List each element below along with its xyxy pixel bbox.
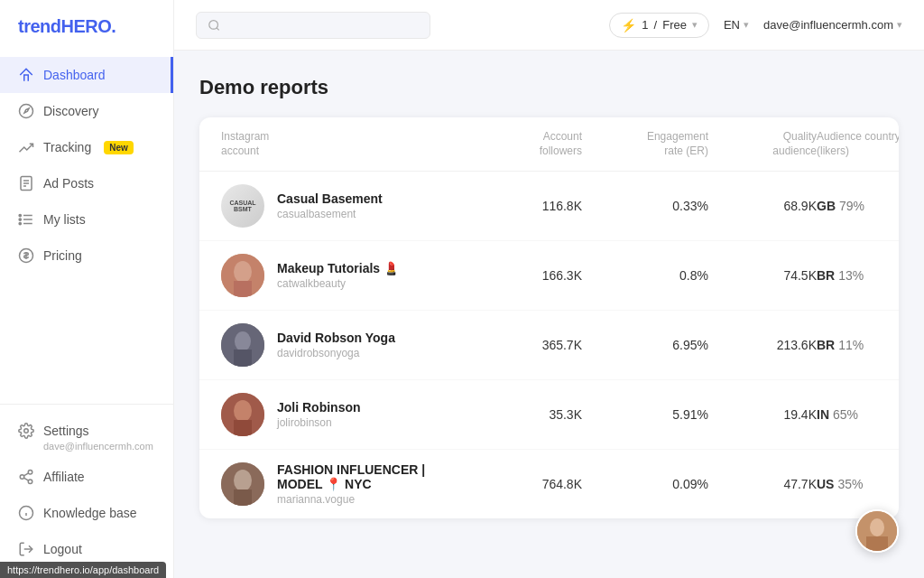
avatar-image	[857, 511, 897, 551]
language-selector[interactable]: EN ▾	[724, 18, 749, 32]
topbar-right: ⚡ 1 / Free ▾ EN ▾ dave@influencermh.com …	[609, 13, 902, 38]
sidebar-label-ad-posts: Ad Posts	[43, 176, 94, 191]
svg-point-26	[234, 261, 252, 283]
sidebar-bottom: Settings dave@influencermh.com Affiliate…	[0, 404, 173, 578]
sidebar-item-pricing[interactable]: Pricing	[0, 238, 173, 274]
country-code: US	[817, 477, 834, 491]
country-code: BR	[817, 268, 835, 283]
avatar	[221, 323, 264, 367]
sidebar-item-discovery[interactable]: Discovery	[0, 93, 173, 129]
svg-point-9	[19, 219, 21, 220]
lang-chevron-icon: ▾	[744, 19, 749, 31]
avatar: CASUALBSMT	[221, 184, 264, 228]
sidebar-item-ad-posts[interactable]: Ad Posts	[0, 165, 173, 201]
avatar	[221, 254, 264, 297]
account-name: Joli Robinson	[277, 400, 361, 415]
sidebar-label-pricing: Pricing	[43, 248, 82, 263]
account-name: Casual Basement	[277, 191, 383, 206]
engagement-value: 0.09%	[582, 477, 708, 491]
sidebar-item-dashboard[interactable]: Dashboard	[0, 57, 173, 93]
country-cell: US 35%	[817, 477, 899, 491]
main-content: ⚡ 1 / Free ▾ EN ▾ dave@influencermh.com …	[174, 0, 924, 578]
svg-point-10	[19, 222, 21, 224]
svg-line-17	[23, 478, 28, 480]
sidebar-label-tracking: Tracking	[43, 140, 91, 154]
account-cell-joli-robinson[interactable]: Joli Robinson jolirobinson	[221, 393, 474, 436]
svg-point-23	[209, 20, 218, 29]
followers-value: 166.3K	[474, 268, 582, 283]
th-followers: Accountfollowers	[474, 130, 582, 158]
logout-icon	[18, 541, 34, 557]
sidebar-item-settings[interactable]: Settings dave@influencermh.com	[0, 415, 173, 459]
svg-rect-39	[866, 536, 888, 551]
account-cell-makeup-tutorials[interactable]: Makeup Tutorials 💄 catwalkbeauty	[221, 254, 474, 297]
followers-value: 35.3K	[474, 407, 582, 422]
search-input[interactable]	[227, 18, 419, 33]
svg-line-18	[23, 473, 28, 476]
floating-user-avatar[interactable]	[855, 509, 899, 553]
account-name: Makeup Tutorials 💄	[277, 261, 399, 275]
account-cell-david-robson[interactable]: David Robson Yoga davidrobsonyoga	[221, 323, 474, 367]
account-cell-casual-basement[interactable]: CASUALBSMT Casual Basement casualbasemen…	[221, 184, 474, 228]
settings-label: Settings	[43, 424, 89, 438]
share-icon	[18, 469, 34, 485]
sidebar-label-my-lists: My lists	[43, 212, 86, 227]
settings-email: dave@influencermh.com	[18, 441, 155, 452]
user-chevron-icon: ▾	[897, 19, 902, 31]
account-handle: marianna.vogue	[277, 493, 474, 506]
country-cell: GB 79%	[817, 199, 899, 213]
sidebar-item-my-lists[interactable]: My lists	[0, 201, 173, 238]
svg-rect-33	[234, 420, 252, 436]
country-pct: 79%	[839, 199, 864, 213]
engagement-value: 0.33%	[582, 199, 708, 213]
svg-point-13	[24, 429, 29, 434]
svg-point-15	[20, 475, 24, 480]
engagement-value: 6.95%	[582, 338, 708, 352]
table-row: Makeup Tutorials 💄 catwalkbeauty 166.3K …	[199, 241, 899, 311]
compass-icon	[18, 103, 34, 119]
account-handle: catwalkbeauty	[277, 277, 399, 290]
svg-line-24	[217, 27, 219, 30]
lightning-icon: ⚡	[621, 18, 636, 33]
avatar-image	[221, 462, 264, 506]
avatar	[221, 393, 264, 436]
url-bar: https://trendhero.io/app/dashboard	[0, 562, 166, 578]
th-country: Audience country(likers)	[817, 130, 899, 158]
sidebar-label-knowledge-base: Knowledge base	[43, 506, 137, 520]
sidebar-item-affiliate[interactable]: Affiliate	[0, 459, 173, 495]
account-cell-fashion-influencer[interactable]: FASHION INFLUENCER | MODEL 📍 NYC mariann…	[221, 462, 474, 506]
sidebar-label-logout: Logout	[43, 542, 82, 556]
table-row: David Robson Yoga davidrobsonyoga 365.7K…	[199, 311, 899, 380]
country-pct: 13%	[838, 268, 864, 283]
plan-badge[interactable]: ⚡ 1 / Free ▾	[609, 13, 709, 38]
language-label: EN	[724, 18, 740, 32]
search-bar[interactable]	[196, 12, 430, 39]
logo: trendHERO.	[0, 0, 173, 53]
svg-point-8	[19, 214, 21, 216]
quality-value: 19.4K	[708, 407, 817, 422]
logo-accent: HERO	[61, 16, 112, 36]
svg-point-32	[234, 400, 252, 422]
tracking-new-badge: New	[104, 141, 134, 154]
sidebar-item-knowledge-base[interactable]: Knowledge base	[0, 495, 173, 531]
svg-point-29	[235, 331, 251, 351]
dollar-icon	[18, 247, 34, 264]
country-pct: 35%	[837, 477, 863, 491]
table-row: Joli Robinson jolirobinson 35.3K 5.91% 1…	[199, 380, 899, 450]
avatar-image	[221, 254, 264, 297]
account-name: David Robson Yoga	[277, 331, 395, 345]
sidebar-item-tracking[interactable]: Tracking New	[0, 129, 173, 165]
plan-separator: /	[654, 18, 658, 32]
country-pct: 11%	[838, 338, 864, 352]
country-code: IN	[817, 407, 829, 422]
svg-rect-30	[234, 350, 252, 367]
reports-table-card: Instagramaccount Accountfollowers Engage…	[199, 117, 899, 518]
trending-up-icon	[18, 139, 34, 155]
user-menu[interactable]: dave@influencermh.com ▾	[763, 18, 902, 32]
avatar	[221, 462, 264, 506]
quality-value: 47.7K	[708, 477, 817, 491]
country-cell: BR 13%	[817, 268, 899, 283]
content-area: Demo reports Instagramaccount Accountfol…	[174, 51, 924, 578]
svg-point-16	[28, 480, 32, 484]
country-cell: BR 11%	[817, 338, 899, 352]
